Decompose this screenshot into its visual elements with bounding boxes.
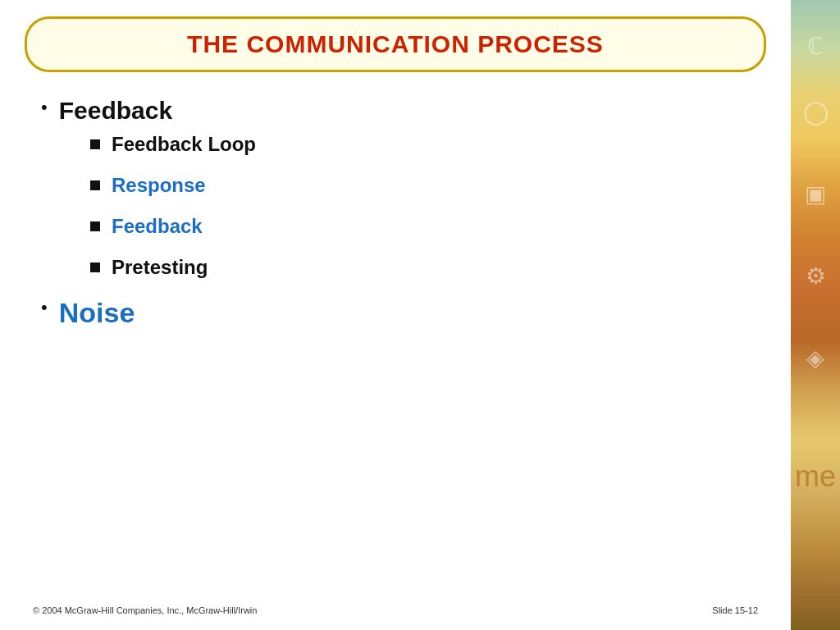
slide-title: THE COMMUNICATION PROCESS <box>187 30 604 57</box>
bullet-dot-1: • <box>41 98 48 116</box>
slide-body: • Feedback Feedback Loop Response Feedba… <box>25 97 766 599</box>
sub-bullet-response: Response <box>90 174 766 197</box>
bullet-feedback-main: • Feedback <box>41 97 766 125</box>
square-bullet-2 <box>90 180 100 190</box>
square-bullet-3 <box>90 221 100 231</box>
side-deco-1: ℂ <box>791 33 840 60</box>
square-bullet-1 <box>90 139 100 149</box>
bullet-noise-label: Noise <box>59 297 135 329</box>
sub-label-response: Response <box>112 174 206 197</box>
square-bullet-4 <box>90 262 100 272</box>
sub-bullet-feedback-sub: Feedback <box>90 215 766 238</box>
bullet-feedback-label: Feedback <box>59 97 172 125</box>
side-deco-5: ◈ <box>791 345 840 372</box>
slide-footer: © 2004 McGraw-Hill Companies, Inc., McGr… <box>25 599 766 622</box>
side-panel: ℂ ◯ ▣ ⚙ ◈ me <box>791 0 840 630</box>
sub-label-feedback-sub: Feedback <box>112 215 203 238</box>
sub-bullets-feedback: Feedback Loop Response Feedback Pretesti… <box>90 133 766 279</box>
slide-container: THE COMMUNICATION PROCESS • Feedback Fee… <box>0 0 791 630</box>
footer-slide-number: Slide 15-12 <box>712 605 758 615</box>
bullet-dot-2: • <box>41 299 48 317</box>
sub-bullet-pretesting: Pretesting <box>90 256 766 279</box>
side-deco-6: me <box>791 459 840 494</box>
sub-label-pretesting: Pretesting <box>112 256 208 279</box>
sub-label-feedback-loop: Feedback Loop <box>112 133 256 156</box>
side-deco-2: ◯ <box>791 98 840 126</box>
sub-bullet-feedback-loop: Feedback Loop <box>90 133 766 156</box>
footer-copyright: © 2004 McGraw-Hill Companies, Inc., McGr… <box>33 605 257 615</box>
title-box: THE COMMUNICATION PROCESS <box>25 16 766 72</box>
bullet-noise-main: • Noise <box>41 297 766 329</box>
side-deco-4: ⚙ <box>791 262 840 290</box>
side-deco-3: ▣ <box>791 180 840 208</box>
